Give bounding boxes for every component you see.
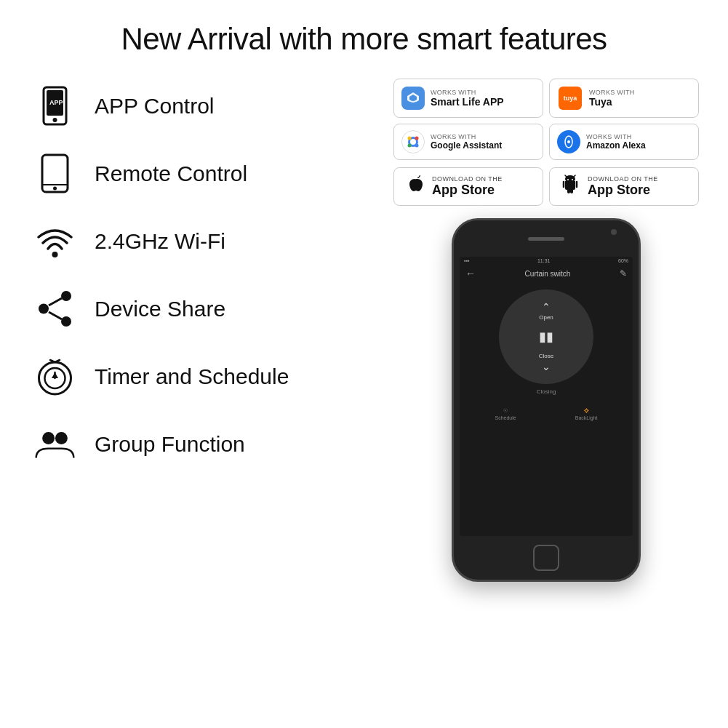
remote-control-label: Remote Control <box>95 161 247 186</box>
timer-label: Timer and Schedule <box>95 364 289 389</box>
svg-line-12 <box>49 312 62 319</box>
phone-screen: ▪▪▪ 11:31 60% ← Curtain switch ✎ <box>460 257 633 536</box>
alexa-name: Amazon Alexa <box>586 140 646 151</box>
svg-rect-4 <box>42 155 68 192</box>
app-control-label: APP Control <box>95 94 215 119</box>
phone-speaker <box>528 237 564 241</box>
ios-store-text: Download on the App Store <box>432 175 503 198</box>
share-label: Device Share <box>95 297 225 321</box>
feature-timer: Timer and Schedule <box>29 356 379 396</box>
google-assistant-text: WORKS WITH Google Assistant <box>431 133 502 151</box>
svg-point-25 <box>415 137 419 140</box>
android-store-text: Download on the App Store <box>588 175 658 198</box>
feature-group: Group Function <box>29 424 379 464</box>
svg-point-6 <box>53 187 57 191</box>
smart-life-works-with: WORKS WITH <box>431 89 504 96</box>
badges-grid: WORKS WITH Smart Life APP tuya WORKS WIT… <box>393 79 699 160</box>
feature-wifi: 2.4GHz Wi-Fi <box>29 221 379 261</box>
google-assistant-badge: WORKS WITH Google Assistant <box>393 124 543 160</box>
svg-line-34 <box>573 175 575 177</box>
closing-status: Closing <box>537 388 556 395</box>
schedule-tab[interactable]: ☉ Schedule <box>495 408 516 420</box>
page-title: New Arrival with more smart features <box>0 0 728 71</box>
ios-download-label: Download on the <box>432 175 503 183</box>
curtain-control: ⌃ Open ▮▮ Close ⌄ Closing <box>460 289 633 395</box>
android-app-store-badge[interactable]: Download on the App Store <box>549 167 699 206</box>
control-circle: ⌃ Open ▮▮ Close ⌄ <box>499 289 593 384</box>
android-icon <box>560 174 580 199</box>
open-button[interactable]: ⌃ Open <box>539 301 553 321</box>
phone-camera <box>611 229 617 235</box>
pause-button[interactable]: ▮▮ <box>539 329 553 345</box>
feature-app-control: APP APP Control <box>29 86 379 126</box>
timer-icon <box>29 356 80 396</box>
phone-header <box>454 220 639 257</box>
google-assistant-icon <box>401 130 425 153</box>
remote-control-icon <box>29 153 80 193</box>
wifi-icon <box>29 221 80 261</box>
svg-point-31 <box>567 140 570 143</box>
tuya-text: WORKS WITH Tuya <box>589 89 635 108</box>
svg-point-36 <box>572 179 573 180</box>
svg-text:APP: APP <box>49 99 63 106</box>
svg-line-11 <box>49 298 62 305</box>
wifi-label: 2.4GHz Wi-Fi <box>95 229 225 254</box>
alexa-works-with: WORKS WITH <box>586 133 646 140</box>
phone-home-button[interactable] <box>533 545 559 571</box>
status-bar: ▪▪▪ 11:31 60% <box>460 257 633 265</box>
svg-point-2 <box>52 118 57 122</box>
svg-point-35 <box>567 179 569 180</box>
nav-title: Curtain switch <box>525 270 571 278</box>
svg-point-9 <box>39 304 49 314</box>
screen-bottom-bar: ☉ Schedule 🔅 BackLight <box>460 402 633 426</box>
google-works-with: WORKS WITH <box>431 133 502 140</box>
apple-icon <box>404 174 425 199</box>
android-store-name: App Store <box>588 183 658 198</box>
backlight-tab[interactable]: 🔅 BackLight <box>575 408 598 420</box>
svg-point-19 <box>42 432 55 444</box>
svg-point-8 <box>61 291 71 301</box>
amazon-alexa-icon <box>557 130 580 153</box>
features-list: APP APP Control Remote Control <box>29 79 379 582</box>
svg-point-24 <box>410 139 416 145</box>
smart-life-name: Smart Life APP <box>431 96 504 108</box>
feature-device-share: Device Share <box>29 289 379 329</box>
amazon-alexa-text: WORKS WITH Amazon Alexa <box>586 133 646 151</box>
svg-point-28 <box>415 144 419 148</box>
svg-point-7 <box>52 252 57 257</box>
nav-back-button[interactable]: ← <box>465 268 476 279</box>
status-time: 11:31 <box>537 258 551 263</box>
nav-edit-button[interactable]: ✎ <box>620 268 627 279</box>
ios-app-store-badge[interactable]: Download on the App Store <box>393 167 543 206</box>
share-icon <box>29 289 80 329</box>
phone-mockup: ▪▪▪ 11:31 60% ← Curtain switch ✎ <box>452 218 641 582</box>
google-name: Google Assistant <box>431 140 502 151</box>
smart-life-text: WORKS WITH Smart Life APP <box>431 89 504 108</box>
svg-line-33 <box>565 175 567 177</box>
android-download-label: Download on the <box>588 175 658 183</box>
group-label: Group Function <box>95 432 245 457</box>
amazon-alexa-badge: WORKS WITH Amazon Alexa <box>549 124 699 160</box>
tuya-works-with: WORKS WITH <box>589 89 635 96</box>
tuya-badge: tuya WORKS WITH Tuya <box>549 79 699 118</box>
close-button[interactable]: Close ⌄ <box>539 353 553 372</box>
ios-store-name: App Store <box>432 183 503 198</box>
smart-life-icon <box>401 87 425 110</box>
svg-point-26 <box>408 137 412 140</box>
tuya-icon: tuya <box>557 85 583 111</box>
status-battery: 60% <box>618 258 628 263</box>
screen-navbar: ← Curtain switch ✎ <box>460 265 633 282</box>
status-signal: ▪▪▪ <box>464 258 469 263</box>
svg-point-20 <box>55 432 67 444</box>
svg-point-27 <box>408 144 412 148</box>
smart-life-badge: WORKS WITH Smart Life APP <box>393 79 543 118</box>
group-icon <box>29 424 80 464</box>
svg-point-10 <box>61 316 71 327</box>
tuya-name: Tuya <box>589 96 635 108</box>
feature-remote-control: Remote Control <box>29 153 379 193</box>
right-panel: WORKS WITH Smart Life APP tuya WORKS WIT… <box>393 79 699 582</box>
app-control-icon: APP <box>29 86 80 126</box>
